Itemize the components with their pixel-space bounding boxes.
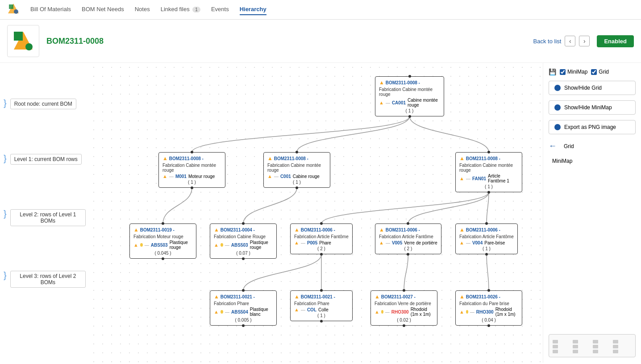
export-icon[interactable]: 💾 <box>549 68 556 75</box>
node-l1r-bom: ▲ BOM2311-0008 - <box>459 155 518 161</box>
node-l2-2-bom: ▲ BOM2311-0004 - <box>214 227 273 233</box>
node-root-qty: ( 1 ) <box>379 108 440 113</box>
node-l1r-ref: ▲ — FAN01 Article Fantôme 1 <box>459 174 518 183</box>
dot-l2-2-top <box>242 222 245 225</box>
node-l2-1-ref: ▲ — ABS503 Plastique rouge <box>133 240 192 250</box>
node-l2-2[interactable]: ▲ BOM2311-0004 - Fabrication Cabine Roug… <box>210 223 277 259</box>
svg-point-5 <box>25 43 33 50</box>
dot-l3-3-bottom <box>403 324 405 327</box>
grid-row: ← Grid <box>549 141 636 151</box>
node-l3-1[interactable]: ▲ BOM2311-0021 - Fabrication Phare ▲ — A… <box>210 290 277 326</box>
node-l3-2[interactable]: ▲ BOM2311-0021 - Fabrication Phare ▲ — C… <box>290 290 353 321</box>
minimap-cell <box>573 345 578 348</box>
node-l1r-subtitle: Fabrication Cabine montée rouge <box>459 163 518 173</box>
main-content: } Root node: current BOM } Level 1: curr… <box>0 63 641 363</box>
minimap-cell <box>573 340 578 343</box>
node-l3-3-subtitle: Fabrication Verre de portière <box>375 301 433 306</box>
node-l3-2-qty: ( 1 ) <box>294 313 349 318</box>
nav-hierarchy[interactable]: Hierarchy <box>240 4 266 15</box>
legend-level1: } Level 1: current BOM rows <box>4 154 86 165</box>
nav-bom-net-needs[interactable]: BOM Net Needs <box>82 4 124 15</box>
export-png-button[interactable]: Export as PNG image <box>549 120 636 134</box>
minimap-cell <box>613 345 618 348</box>
node-l3-3[interactable]: ▲ BOM2311-0027 - Fabrication Verre de po… <box>370 290 437 326</box>
dot-root-top <box>408 75 411 78</box>
nav-linked-files[interactable]: Linked files 1 <box>161 4 200 15</box>
dot-l1r-top <box>487 151 490 153</box>
next-button[interactable]: › <box>579 36 590 46</box>
node-l1l-ref: ▲ — M001 Moteur rouge <box>162 174 221 179</box>
grid-checkbox-label[interactable]: Grid <box>591 69 609 75</box>
node-l3-2-ref: ▲ — COL Colle <box>294 307 349 312</box>
node-l2-4-qty: ( 2 ) <box>379 246 437 251</box>
minimap-row: MiniMap <box>549 158 636 164</box>
node-l3-1-subtitle: Fabrication Phare <box>214 301 273 306</box>
node-l3-4-subtitle: Fabrication du Pare brise <box>459 301 518 306</box>
node-l2-1-qty: ( 0.045 ) <box>133 251 192 256</box>
node-l2-2-subtitle: Fabrication Cabine Rouge <box>214 234 273 239</box>
node-l2-2-ref: ▲ — ABS503 Plastique rouge <box>214 240 273 250</box>
node-l2-4-bom: ▲ BOM2311-0006 - <box>379 227 437 233</box>
nav-notes[interactable]: Notes <box>135 4 150 15</box>
node-l3-1-ref: ▲ — ABS504 Plastique blanc <box>214 307 273 317</box>
dot-l3-2-bottom <box>320 320 323 323</box>
dot-l3-4-bottom <box>487 324 490 327</box>
minimap-cell <box>593 350 598 353</box>
node-l2-4[interactable]: ▲ BOM2311-0006 - Fabrication Article Fan… <box>375 223 441 254</box>
minimap-cell <box>593 345 598 348</box>
minimap-checkbox-label[interactable]: MiniMap <box>560 69 587 75</box>
svg-rect-4 <box>14 32 23 41</box>
dot-l3-1-top <box>242 289 245 292</box>
node-l2-5-bom: ▲ BOM2311-0006 - <box>459 227 514 233</box>
minimap-cell <box>553 350 558 353</box>
nav-events[interactable]: Events <box>211 4 229 15</box>
legend-root-text: Root node: current BOM <box>10 99 76 109</box>
dot-l3-4-top <box>487 289 490 292</box>
minimap-cell <box>553 340 558 343</box>
minimap-label2: MiniMap <box>552 158 572 164</box>
node-l3-2-subtitle: Fabrication Phare <box>294 301 349 306</box>
minimap-label: MiniMap <box>567 69 587 75</box>
node-l3-3-qty: ( 0.02 ) <box>375 318 433 323</box>
minimap-cell <box>613 350 618 353</box>
node-l2-5-qty: ( 1 ) <box>459 246 514 251</box>
node-l3-4-ref: ▲ — RHO300 Rhodoid (1m x 1m) <box>459 307 518 317</box>
right-panel: 💾 MiniMap Grid Show/Hide Grid Show/Hide … <box>543 63 641 363</box>
node-root[interactable]: ▲ BOM2311-0008 - Fabrication Cabine mont… <box>375 76 444 116</box>
legend-level3-text: Level 3: rows of Level 2 BOMs <box>10 271 86 288</box>
nav-bill-of-materials[interactable]: Bill Of Materials <box>30 4 71 15</box>
node-l3-4[interactable]: ▲ BOM2311-0026 - Fabrication du Pare bri… <box>455 290 522 326</box>
dot-root-bottom <box>408 115 411 118</box>
btn-dot-minimap <box>554 104 561 111</box>
linked-files-badge: 1 <box>192 7 200 12</box>
node-l2-3-ref: ▲ — P005 Phare <box>294 240 349 245</box>
status-badge: Enabled <box>597 35 634 47</box>
node-l2-3[interactable]: ▲ BOM2311-0006 - Fabrication Article Fan… <box>290 223 353 254</box>
btn-dot-grid <box>554 85 561 91</box>
node-l3-1-bom: ▲ BOM2311-0021 - <box>214 294 273 300</box>
show-hide-minimap-button[interactable]: Show/Hide MiniMap <box>549 100 636 115</box>
btn-dot-export <box>554 124 561 130</box>
legend-level2: } Level 2: rows of Level 1 BOMs <box>4 209 86 226</box>
svg-point-2 <box>14 9 18 14</box>
node-l1-mid[interactable]: ▲ BOM2311-0008 - Fabrication Cabine mont… <box>263 152 330 188</box>
dot-l2-1-bottom <box>162 257 164 260</box>
prev-button[interactable]: ‹ <box>565 36 575 46</box>
back-to-list-link[interactable]: Back to list <box>533 38 562 45</box>
diagram-area[interactable]: ▲ BOM2311-0008 - Fabrication Cabine mont… <box>89 63 543 363</box>
dot-l1l-top <box>191 151 193 153</box>
show-hide-grid-button[interactable]: Show/Hide Grid <box>549 81 636 95</box>
node-l2-4-subtitle: Fabrication Article Fantôme <box>379 234 437 239</box>
node-l2-3-bom: ▲ BOM2311-0006 - <box>294 227 349 233</box>
header-icon-box <box>7 25 39 57</box>
node-l2-1[interactable]: ▲ BOM2311-0019 - Fabrication Moteur roug… <box>129 223 196 259</box>
minimap-checkbox[interactable] <box>560 69 566 75</box>
node-l2-1-subtitle: Fabrication Moteur rouge <box>133 234 192 239</box>
grid-checkbox[interactable] <box>591 69 597 75</box>
grid-label2: Grid <box>564 143 574 149</box>
node-l2-5[interactable]: ▲ BOM2311-0006 - Fabrication Article Fan… <box>455 223 518 254</box>
node-l1-left[interactable]: ▲ BOM2311-0008 - Fabrication Cabine mont… <box>158 152 225 188</box>
node-l1r-qty: ( 1 ) <box>459 184 518 189</box>
node-l2-3-subtitle: Fabrication Article Fantôme <box>294 234 349 239</box>
node-l1-right[interactable]: ▲ BOM2311-0008 - Fabrication Cabine mont… <box>455 152 522 192</box>
